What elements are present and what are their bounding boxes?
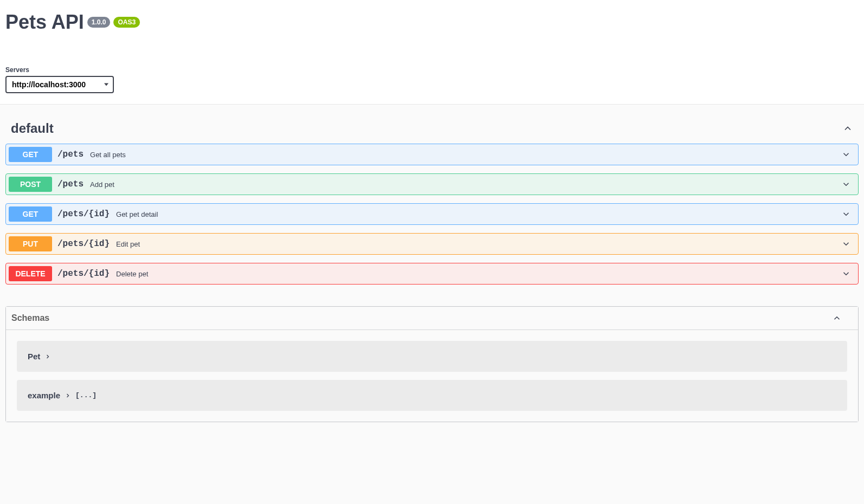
method-badge: PUT xyxy=(9,236,52,251)
header-section: Pets API 1.0.0 OAS3 xyxy=(0,0,864,55)
chevron-down-icon xyxy=(841,209,851,219)
chevron-right-icon xyxy=(44,353,51,360)
operation-path: /pets/{id} xyxy=(57,269,110,279)
chevron-down-icon xyxy=(841,269,851,279)
schema-item-example[interactable]: example [...] xyxy=(17,380,847,411)
schema-name: Pet xyxy=(28,352,40,361)
chevron-right-icon xyxy=(65,392,71,399)
api-title: Pets API xyxy=(5,11,84,34)
schemas-title: Schemas xyxy=(11,313,49,323)
chevron-down-icon xyxy=(841,150,851,159)
tag-header[interactable]: default xyxy=(5,115,859,144)
method-badge: POST xyxy=(9,177,52,192)
version-badge: 1.0.0 xyxy=(87,17,111,28)
operation-path: /pets xyxy=(57,179,84,189)
method-badge: GET xyxy=(9,147,52,162)
operation-summary: Delete pet xyxy=(116,270,148,278)
servers-label: Servers xyxy=(5,66,859,74)
tag-title: default xyxy=(11,121,54,136)
operation-delete-pet-id[interactable]: DELETE /pets/{id} Delete pet xyxy=(5,263,859,285)
operation-path: /pets/{id} xyxy=(57,209,110,219)
operation-put-pet-id[interactable]: PUT /pets/{id} Edit pet xyxy=(5,233,859,255)
server-select[interactable]: http://localhost:3000 xyxy=(5,76,114,93)
operation-get-pet-id[interactable]: GET /pets/{id} Get pet detail xyxy=(5,203,859,225)
operation-summary: Get pet detail xyxy=(116,210,158,218)
chevron-down-icon xyxy=(841,239,851,249)
operation-path: /pets xyxy=(57,150,84,159)
operation-get-pets[interactable]: GET /pets Get all pets xyxy=(5,144,859,165)
schema-brackets: [...] xyxy=(75,391,97,399)
server-select-wrap: http://localhost:3000 xyxy=(5,76,114,93)
schema-item-pet[interactable]: Pet xyxy=(17,341,847,372)
schemas-section: Schemas Pet example [...] xyxy=(5,306,859,422)
chevron-up-icon xyxy=(832,313,842,323)
chevron-up-icon xyxy=(842,123,853,134)
content-section: default GET /pets Get all pets POST /pet… xyxy=(0,105,864,433)
method-badge: DELETE xyxy=(9,266,52,281)
operation-summary: Get all pets xyxy=(90,151,126,159)
schemas-header[interactable]: Schemas xyxy=(6,307,858,330)
operation-summary: Edit pet xyxy=(116,240,140,248)
chevron-down-icon xyxy=(841,179,851,189)
operations-list: GET /pets Get all pets POST /pets Add pe… xyxy=(5,144,859,285)
oas-badge: OAS3 xyxy=(113,17,140,28)
schemas-body: Pet example [...] xyxy=(6,330,858,422)
operation-path: /pets/{id} xyxy=(57,239,110,249)
servers-section: Servers http://localhost:3000 xyxy=(0,55,864,105)
title-row: Pets API 1.0.0 OAS3 xyxy=(5,11,859,34)
schema-name: example xyxy=(28,391,60,400)
method-badge: GET xyxy=(9,206,52,222)
operation-summary: Add pet xyxy=(90,180,114,189)
operation-post-pets[interactable]: POST /pets Add pet xyxy=(5,173,859,195)
